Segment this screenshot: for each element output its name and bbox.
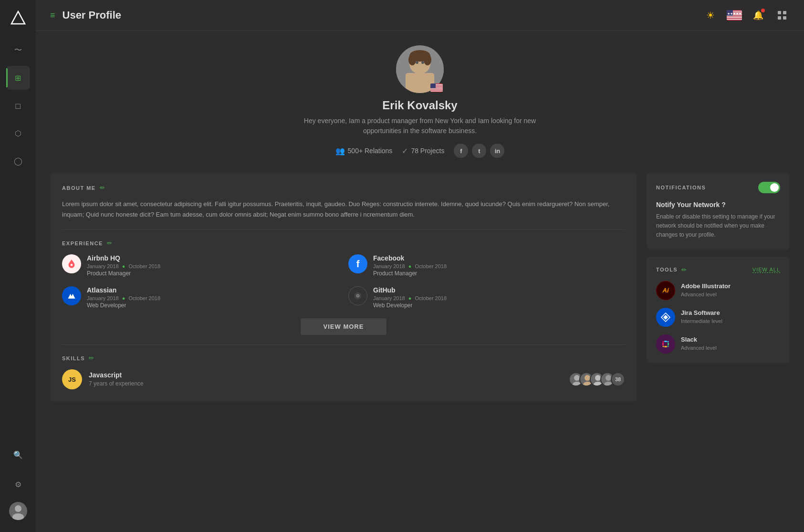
slack-logo xyxy=(656,334,675,354)
experience-grid: Airbnb HQ January 2018 ● October 2018 Pr… xyxy=(62,254,625,309)
sidebar-item-messages[interactable]: ◯ xyxy=(6,149,30,173)
content: Erik Kovalsky Hey everyone, Iam a produc… xyxy=(36,31,804,532)
tools-view-all[interactable]: VIEW ALL xyxy=(752,267,780,273)
airbnb-details: Airbnb HQ January 2018 ● October 2018 Pr… xyxy=(87,254,160,277)
sidebar-nav: 〜 ⊞ ◻ ⬡ ◯ xyxy=(6,38,30,443)
left-card: ABOUT ME ✏ Lorem ipsum dolor sit amet, c… xyxy=(50,172,637,401)
logo[interactable] xyxy=(7,7,29,29)
cards-layout: ABOUT ME ✏ Lorem ipsum dolor sit amet, c… xyxy=(50,172,790,401)
notifications-title: NOTIFICATIONS xyxy=(656,185,706,190)
atlassian-dates: January 2018 ● October 2018 xyxy=(87,295,160,301)
page-title: User Profile xyxy=(63,9,122,21)
svg-marker-0 xyxy=(11,11,25,24)
sidebar-item-grid[interactable]: ⊞ xyxy=(6,66,30,90)
tool-slack: Slack Advanced level xyxy=(656,334,780,354)
search-icon: 🔍 xyxy=(13,450,23,459)
divider-2 xyxy=(62,344,625,345)
tools-card: TOOLS ✏ VIEW ALL Ai Adobe Illustrator Ad… xyxy=(647,257,790,363)
main-area: ≡ User Profile ☀ ★★★★★★★★★★★★★★★★★★★★★★★… xyxy=(36,0,804,532)
github-role: Web Developer xyxy=(373,302,447,309)
theme-icon[interactable]: ☀ xyxy=(703,8,718,23)
slack-info: Slack Advanced level xyxy=(681,336,717,352)
sidebar-item-activity[interactable]: 〜 xyxy=(6,38,30,62)
svg-point-22 xyxy=(408,54,416,65)
jira-info: Jira Software Intermediate level xyxy=(681,309,722,325)
facebook-details: Facebook January 2018 ● October 2018 Pro… xyxy=(373,254,447,277)
twitter-btn[interactable]: t xyxy=(472,144,486,158)
language-flag[interactable]: ★★★★★★★★★★★★★★★★★★★★★★★★★★★★★★★★★★★★★★★★… xyxy=(727,10,742,21)
atlassian-name: Atlassian xyxy=(87,286,160,294)
airbnb-name: Airbnb HQ xyxy=(87,254,160,262)
exp-item-facebook: f Facebook January 2018 ● October 2018 P… xyxy=(348,254,625,277)
avatar-container xyxy=(396,45,444,93)
toggle-knob xyxy=(770,183,779,192)
atlassian-details: Atlassian January 2018 ● October 2018 We… xyxy=(87,286,160,309)
svg-rect-18 xyxy=(406,73,434,93)
svg-rect-30 xyxy=(430,91,443,91)
exp-item-atlassian: Atlassian January 2018 ● October 2018 We… xyxy=(62,286,339,309)
notifications-icon[interactable]: 🔔 xyxy=(751,8,766,23)
svg-point-53 xyxy=(663,345,664,347)
sidebar-item-settings[interactable]: ⚙ xyxy=(6,472,30,496)
illustrator-info: Adobe Illustrator Advanced level xyxy=(681,282,731,298)
sidebar-item-cube[interactable]: ◻ xyxy=(6,94,30,117)
relations-icon: 👥 xyxy=(335,146,345,156)
svg-rect-7 xyxy=(727,16,742,17)
apps-icon[interactable] xyxy=(774,8,790,23)
skills-title: SKILLS xyxy=(62,355,85,361)
facebook-btn[interactable]: f xyxy=(454,144,468,158)
tools-title: TOOLS xyxy=(656,267,678,272)
facebook-name: Facebook xyxy=(373,254,447,262)
svg-text:★★★★★★★★★★★★★★★★★★★★★★★★★★★★★★: ★★★★★★★★★★★★★★★★★★★★★★★★★★★★★★★★★★★★★★★★… xyxy=(727,12,742,15)
about-me-title: ABOUT ME xyxy=(62,185,96,191)
skills-edit-icon[interactable]: ✏ xyxy=(89,355,94,362)
slack-level: Advanced level xyxy=(681,345,717,351)
experience-edit-icon[interactable]: ✏ xyxy=(107,240,112,247)
profile-stats: 👥 500+ Relations ✓ 78 Projects f t in xyxy=(335,144,505,158)
divider-1 xyxy=(62,229,625,230)
svg-point-52 xyxy=(668,345,669,347)
view-more-button[interactable]: VIEW MORE xyxy=(301,318,386,335)
jira-name: Jira Software xyxy=(681,309,722,316)
github-dates: January 2018 ● October 2018 xyxy=(373,295,447,301)
illustrator-name: Adobe Illustrator xyxy=(681,282,731,290)
svg-rect-46 xyxy=(662,343,664,345)
js-badge: JS xyxy=(62,369,82,389)
grid-icon: ⊞ xyxy=(15,73,21,83)
avatar-flag xyxy=(430,83,443,92)
profile-name: Erik Kovalsky xyxy=(382,99,457,112)
svg-rect-47 xyxy=(664,341,667,342)
svg-point-1 xyxy=(15,505,21,512)
menu-icon[interactable]: ≡ xyxy=(50,10,55,21)
github-name: GitHub xyxy=(373,286,447,294)
svg-rect-31 xyxy=(430,83,436,88)
js-experience: 7 years of experience xyxy=(89,380,144,387)
notifications-subtitle: Notify Your Network ? xyxy=(656,201,780,209)
notifications-toggle[interactable] xyxy=(758,182,780,193)
messages-icon: ◯ xyxy=(14,156,22,166)
notification-badge xyxy=(761,9,765,12)
facebook-dates: January 2018 ● October 2018 xyxy=(373,263,447,269)
js-name: Javascript xyxy=(89,371,144,379)
svg-rect-28 xyxy=(430,88,443,89)
tool-jira: Jira Software Intermediate level xyxy=(656,308,780,327)
header-right: ☀ ★★★★★★★★★★★★★★★★★★★★★★★★★★★★★★★★★★★★★★… xyxy=(703,8,790,23)
sidebar-bottom: 🔍 ⚙ xyxy=(6,443,30,525)
svg-rect-49 xyxy=(664,346,667,347)
projects-icon: ✓ xyxy=(402,146,408,156)
user-avatar[interactable] xyxy=(9,502,27,520)
sidebar-item-components[interactable]: ⬡ xyxy=(6,121,30,145)
js-info: Javascript 7 years of experience xyxy=(89,371,144,387)
svg-point-50 xyxy=(663,341,664,342)
jira-level: Intermediate level xyxy=(681,318,722,324)
facebook-logo: f xyxy=(348,254,367,273)
about-me-edit-icon[interactable]: ✏ xyxy=(100,184,105,191)
airbnb-role: Product Manager xyxy=(87,270,160,277)
cube-icon: ◻ xyxy=(15,101,21,110)
social-icons: f t in xyxy=(454,144,504,158)
linkedin-btn[interactable]: in xyxy=(490,144,504,158)
sidebar-item-search[interactable]: 🔍 xyxy=(6,443,30,467)
tools-edit-icon[interactable]: ✏ xyxy=(681,266,687,273)
svg-point-51 xyxy=(668,341,669,342)
tool-illustrator: Ai Adobe Illustrator Advanced level xyxy=(656,281,780,300)
